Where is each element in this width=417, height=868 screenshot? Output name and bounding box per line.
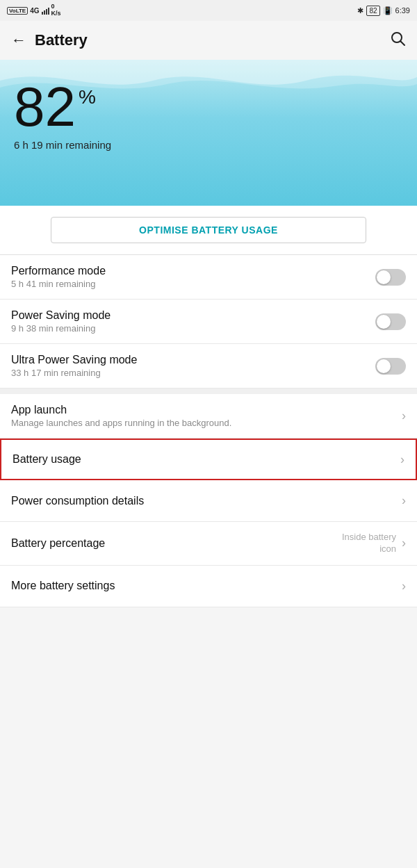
ultra-power-saving-subtitle: 33 h 17 min remaining	[11, 368, 375, 378]
settings-item-power-saving[interactable]: Power Saving mode 9 h 38 min remaining	[0, 300, 417, 344]
power-consumption-right: ›	[402, 493, 406, 508]
network-type: 4G	[30, 7, 39, 15]
more-battery-title: More battery settings	[11, 580, 402, 592]
network-speed: 0K/s	[51, 3, 61, 17]
power-saving-title: Power Saving mode	[11, 309, 375, 322]
ultra-power-saving-toggle[interactable]	[375, 358, 406, 375]
battery-remaining-text: 6 h 19 min remaining	[14, 139, 111, 151]
power-saving-toggle[interactable]	[375, 313, 406, 330]
optimise-container: OPTIMISE BATTERY USAGE	[0, 206, 417, 255]
battery-number: 82	[14, 79, 76, 135]
search-icon	[389, 30, 406, 47]
power-saving-content: Power Saving mode 9 h 38 min remaining	[11, 309, 375, 334]
battery-percentage-content: Battery percentage	[11, 537, 342, 550]
power-consumption-chevron: ›	[402, 493, 406, 508]
battery-percent-container: 82 % 6 h 19 min remaining	[14, 79, 111, 151]
vibrate-icon: 📳	[383, 6, 393, 15]
search-button[interactable]	[389, 30, 406, 51]
percent-sign: %	[79, 88, 96, 107]
battery-usage-chevron: ›	[400, 452, 404, 467]
app-launch-title: App launch	[11, 404, 402, 416]
header: ← Battery	[0, 21, 417, 60]
optimise-battery-button[interactable]: OPTIMISE BATTERY USAGE	[51, 217, 366, 243]
app-launch-content: App launch Manage launches and apps runn…	[11, 404, 402, 428]
battery-status-icon: 82	[366, 6, 379, 16]
app-launch-subtitle: Manage launches and apps running in the …	[11, 418, 402, 428]
performance-mode-subtitle: 5 h 41 min remaining	[11, 279, 375, 289]
power-saving-right	[375, 313, 406, 330]
status-right: ✱ 82 📳 6:39	[357, 6, 410, 16]
status-bar: VoLTE 4G 0K/s ✱ 82 📳 6:39	[0, 0, 417, 21]
app-launch-right: ›	[402, 409, 406, 423]
performance-mode-right	[375, 269, 406, 286]
settings-item-battery-percentage[interactable]: Battery percentage Inside batteryicon ›	[0, 522, 417, 566]
power-saving-subtitle: 9 h 38 min remaining	[11, 323, 375, 334]
power-consumption-title: Power consumption details	[11, 495, 402, 507]
ultra-power-saving-content: Ultra Power Saving mode 33 h 17 min rema…	[11, 354, 375, 378]
signal-bars	[42, 6, 49, 15]
battery-percentage-title: Battery percentage	[11, 537, 342, 550]
settings-item-performance-mode[interactable]: Performance mode 5 h 41 min remaining	[0, 255, 417, 300]
more-battery-right: ›	[402, 579, 406, 593]
more-battery-chevron: ›	[402, 579, 406, 593]
settings-item-more-battery[interactable]: More battery settings ›	[0, 566, 417, 607]
section-divider-1	[0, 388, 417, 394]
settings-item-ultra-power-saving[interactable]: Ultra Power Saving mode 33 h 17 min rema…	[0, 344, 417, 388]
settings-section: Performance mode 5 h 41 min remaining Po…	[0, 255, 417, 607]
app-launch-chevron: ›	[402, 409, 406, 423]
bluetooth-icon: ✱	[357, 6, 363, 15]
battery-usage-content: Battery usage	[13, 453, 400, 466]
power-consumption-content: Power consumption details	[11, 495, 402, 507]
status-time: 6:39	[395, 6, 410, 15]
battery-visual: 82 % 6 h 19 min remaining	[0, 60, 417, 206]
performance-mode-content: Performance mode 5 h 41 min remaining	[11, 265, 375, 289]
ultra-power-saving-right	[375, 358, 406, 375]
back-button[interactable]: ←	[11, 33, 26, 48]
page-title: Battery	[35, 31, 389, 49]
ultra-power-saving-title: Ultra Power Saving mode	[11, 354, 375, 366]
performance-mode-toggle[interactable]	[375, 269, 406, 286]
battery-usage-right: ›	[400, 452, 404, 467]
battery-percent-display: 82 %	[14, 79, 111, 135]
battery-percentage-value: Inside batteryicon	[342, 532, 396, 555]
volte-indicator: VoLTE	[7, 7, 28, 15]
settings-item-power-consumption[interactable]: Power consumption details ›	[0, 480, 417, 522]
status-left: VoLTE 4G 0K/s	[7, 3, 61, 17]
performance-mode-title: Performance mode	[11, 265, 375, 277]
battery-percentage-chevron: ›	[402, 536, 406, 550]
svg-line-1	[401, 42, 405, 46]
settings-item-battery-usage[interactable]: Battery usage ›	[0, 439, 417, 480]
settings-item-app-launch[interactable]: App launch Manage launches and apps runn…	[0, 394, 417, 439]
battery-percentage-right: Inside batteryicon ›	[342, 532, 406, 555]
battery-usage-title: Battery usage	[13, 453, 400, 466]
more-battery-content: More battery settings	[11, 580, 402, 592]
